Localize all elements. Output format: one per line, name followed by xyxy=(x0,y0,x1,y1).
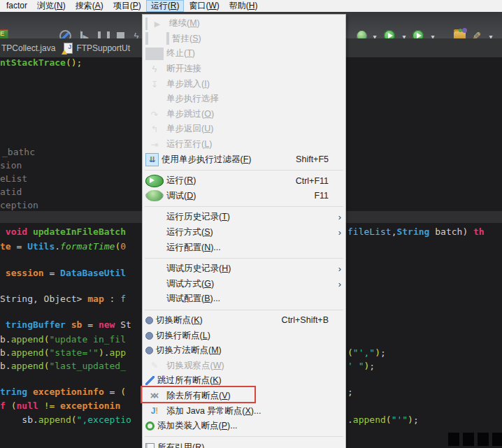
menu-item-toggle-line-breakpoint[interactable]: 切换行断点(L) xyxy=(143,328,345,343)
menu-item-run-to-line: 运行至行(L) xyxy=(143,137,345,152)
menu-item-suspend: 暂挂(S) xyxy=(143,31,345,47)
menubar-item-navigate[interactable]: 浏览(N) xyxy=(32,0,71,12)
code-line: .append("'"); xyxy=(347,413,419,426)
code-token: atid xyxy=(0,187,22,197)
code-token xyxy=(66,319,71,330)
menu-item-label: 切换观察点(W) xyxy=(166,360,329,372)
menu-item-add-class-load-breakpoint[interactable]: 添加类装入断点(P)... xyxy=(143,419,345,434)
menu-item-add-java-exception-breakpoint[interactable]: 添加 Java 异常断点(X)... xyxy=(143,403,345,419)
code-token: null xyxy=(16,400,38,411)
menu-item-label: 运行配置(N)... xyxy=(166,242,329,254)
code-line: String, Object> map : f xyxy=(0,292,126,305)
no-icon xyxy=(145,211,164,224)
menu-item-label: 单步返回(U) xyxy=(166,123,329,135)
menu-item-label: 单步跳过(O) xyxy=(166,108,329,120)
menubar-item-search[interactable]: 搜索(A) xyxy=(71,0,108,12)
code-line: tring exceptioninfo = ( xyxy=(0,385,126,398)
code-token: "'" xyxy=(392,414,408,425)
code-line: eList xyxy=(0,172,27,185)
menubar-item-project[interactable]: 项目(P) xyxy=(108,0,146,12)
code-token: "state='" xyxy=(49,347,98,358)
no-icon xyxy=(145,277,164,290)
submenu-arrow-icon: › xyxy=(333,227,341,238)
skip-slash-icon xyxy=(145,376,155,385)
code-line: void updateInFileBatch xyxy=(0,225,126,238)
menu-item-run[interactable]: 运行(R)Ctrl+F11 xyxy=(143,173,345,189)
code-token: sb xyxy=(71,319,83,330)
menu-item-debug[interactable]: 调试(D)F11 xyxy=(143,189,345,204)
code-token: . xyxy=(347,414,353,425)
menu-item-step-into-selection: 单步执行选择 xyxy=(143,92,345,107)
code-token: = xyxy=(11,241,27,252)
code-line: ("',"); xyxy=(347,346,386,359)
code-token: ( xyxy=(120,386,126,397)
menubar-item-refactor[interactable]: factor xyxy=(1,0,32,12)
editor-block xyxy=(463,433,474,446)
menu-item-all-references[interactable]: 所有引用(R)... xyxy=(143,440,345,448)
menu-item-label: 调试配置(B)... xyxy=(166,293,329,305)
code-token: ( xyxy=(347,347,353,358)
code-token xyxy=(0,226,6,237)
code-line: fileList,String batch) th xyxy=(347,225,485,238)
code-token: ) xyxy=(408,414,413,425)
tab-ftpcollect[interactable]: TPCollect.java xyxy=(0,43,62,53)
code-token: eList xyxy=(0,173,27,184)
menu-separator xyxy=(145,258,343,259)
menu-item-use-step-filters[interactable]: 使用单步执行过滤器(F)Shift+F5 xyxy=(143,152,345,167)
code-token: "last_updated_ xyxy=(49,361,126,371)
pause-icon xyxy=(145,32,169,45)
code-token: map xyxy=(87,294,103,304)
tab-label: TPCollect.java xyxy=(1,43,55,53)
menu-item-label: 调试(D) xyxy=(166,190,314,202)
code-token: ntStackTrace xyxy=(0,57,66,68)
code-token xyxy=(0,319,6,330)
menu-item-debug-history[interactable]: 调试历史记录(H)› xyxy=(143,261,345,277)
code-token xyxy=(27,386,33,397)
code-token: tringBuffer xyxy=(6,319,66,330)
menu-item-run-as[interactable]: 运行方式(S)› xyxy=(143,225,345,240)
code-line: ntStackTrace(); xyxy=(0,56,82,69)
code-token xyxy=(27,226,33,237)
code-token: th xyxy=(473,226,485,237)
bug-icon xyxy=(146,190,162,201)
menu-item-label: 跳过所有断点(K) xyxy=(157,375,329,386)
run-dropdown-menu: 继续(M)暂挂(S)终止(T)断开连接单步跳入(I)单步执行选择单步跳过(O)单… xyxy=(142,14,346,448)
code-token: . xyxy=(104,347,110,358)
bp-dot-icon xyxy=(145,332,153,340)
menu-item-label: 单步跳入(I) xyxy=(166,78,329,90)
code-token: ) xyxy=(375,347,380,358)
code-token: void xyxy=(6,226,27,237)
tab-ftpsupportutil[interactable]: FTPSupportUt xyxy=(62,43,137,54)
run-to-line-icon xyxy=(145,138,164,151)
code-token: ; xyxy=(380,347,386,358)
menu-item-debug-as[interactable]: 调试方式(G)› xyxy=(143,277,345,292)
menubar-item-help[interactable]: 帮助(H) xyxy=(224,0,263,12)
code-token: ) xyxy=(99,347,104,358)
code-token: "'," xyxy=(353,347,375,358)
code-token: = xyxy=(82,319,98,330)
menu-item-toggle-method-breakpoint[interactable]: 切换方法断点(M) xyxy=(143,343,345,359)
menubar-item-run[interactable]: 运行(R) xyxy=(146,0,185,12)
code-token: formatTime xyxy=(60,241,115,252)
code-token: updateInFileBatch xyxy=(33,226,126,237)
code-token: te xyxy=(0,241,11,252)
menu-item-toggle-breakpoint[interactable]: 切换断点(K)Ctrl+Shift+B xyxy=(143,313,345,328)
menu-item-shortcut: Shift+F5 xyxy=(296,154,329,164)
step-over-icon xyxy=(145,108,164,120)
code-token: = xyxy=(104,386,120,397)
menu-item-run-configurations[interactable]: 运行配置(N)... xyxy=(143,240,345,255)
menu-item-label: 切换断点(K) xyxy=(156,315,282,326)
menu-separator xyxy=(145,436,343,437)
menubar-item-window[interactable]: 窗口(W) xyxy=(184,0,224,12)
disconnect-icon xyxy=(145,63,164,75)
menu-item-run-history[interactable]: 运行历史记录(T)› xyxy=(143,210,345,225)
code-line: b.append("update in_fil xyxy=(0,333,126,346)
no-icon xyxy=(145,226,164,239)
code-line: ception xyxy=(0,198,38,212)
menu-separator xyxy=(145,170,343,171)
code-token: : xyxy=(104,294,120,304)
menu-item-debug-configurations[interactable]: 调试配置(B)... xyxy=(143,291,345,307)
bp-dot-icon xyxy=(145,317,153,324)
editor-block xyxy=(448,433,459,446)
submenu-arrow-icon: › xyxy=(333,212,341,222)
